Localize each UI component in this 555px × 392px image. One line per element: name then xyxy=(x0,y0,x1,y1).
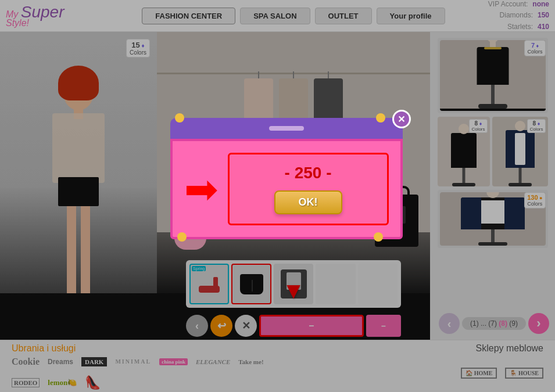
modal-content-box: - 250 - OK! xyxy=(228,153,389,225)
corner-tl xyxy=(175,113,184,123)
modal-overlay: ✕ ➡ - 250 - OK! xyxy=(0,0,555,392)
modal-amount: - 250 - xyxy=(285,164,332,182)
modal-box: ✕ ➡ - 250 - OK! xyxy=(170,118,403,239)
modal-body: ➡ - 250 - OK! xyxy=(170,139,403,239)
modal-header: ✕ xyxy=(170,118,403,139)
corner-bl xyxy=(177,232,187,242)
modal-ok-btn[interactable]: OK! xyxy=(274,190,342,214)
modal-title-bar xyxy=(269,126,304,131)
corner-tr xyxy=(376,113,385,123)
modal-arrow-icon: ➡ xyxy=(184,169,219,210)
modal-close-btn[interactable]: ✕ xyxy=(392,110,411,128)
corner-br xyxy=(374,232,383,242)
